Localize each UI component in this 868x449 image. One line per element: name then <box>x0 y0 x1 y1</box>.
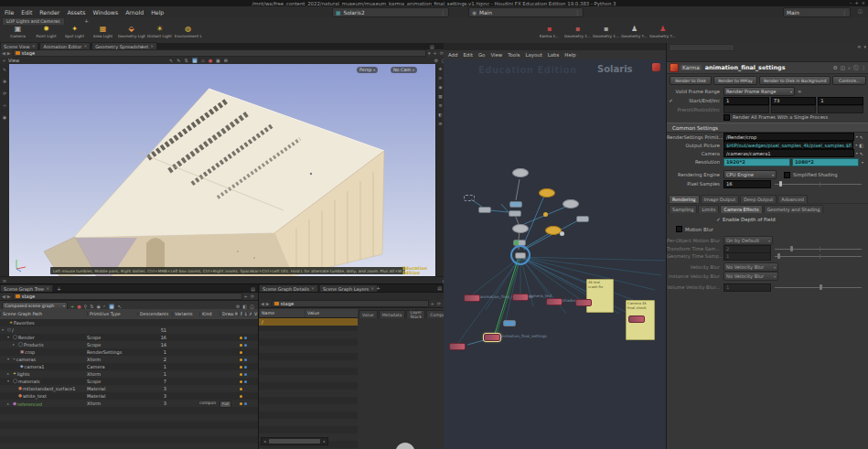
pane-tab-close-icon[interactable]: × <box>46 286 49 291</box>
menu-item[interactable]: Edit <box>21 9 32 16</box>
flag-dot-yellow[interactable] <box>240 337 242 339</box>
add-pane-tab-button[interactable]: + <box>54 285 64 292</box>
menu-item[interactable]: Windows <box>93 9 119 16</box>
network-node[interactable]: camera_test <box>512 294 529 301</box>
network-menu-item[interactable]: View <box>490 52 502 58</box>
simplified-shading-checkbox[interactable] <box>784 172 790 178</box>
expand-caret-icon[interactable]: ▾ <box>7 378 12 385</box>
network-node[interactable]: animation_final_settings <box>484 334 500 341</box>
flag-dot-yellow[interactable] <box>240 388 242 390</box>
common-settings-section[interactable]: Common Settings <box>667 123 868 133</box>
tree-column-header[interactable]: V <box>252 312 258 316</box>
flag-dot-blue[interactable] <box>244 344 247 347</box>
table-row[interactable]: ▸ ⬢ referenced Xform 3 compon Full <box>0 400 258 407</box>
path-refresh-icon[interactable]: ⟳ <box>251 294 254 299</box>
grid-icon[interactable]: ▦ <box>438 94 442 99</box>
table-row[interactable]: ▾ ◯ materials Scope 7 <box>0 378 258 385</box>
menu-item[interactable]: Arnold <box>125 9 144 16</box>
flag-dot-blue[interactable] <box>244 380 247 383</box>
tab-rendering[interactable]: Rendering <box>669 195 700 203</box>
shelf-tool[interactable]: ✹ Point Light <box>32 25 60 38</box>
vp-bottom-left-icon[interactable]: ⊞ <box>3 279 6 283</box>
scroll-right-icon[interactable]: ▸ <box>321 439 327 444</box>
value-tab[interactable]: Layer Stack <box>406 310 425 318</box>
view-mode-icon[interactable]: ⌖ <box>3 58 5 64</box>
table-row[interactable]: ◆ camera1 Camera 1 <box>0 363 258 370</box>
file-chooser-icon[interactable]: ◧ <box>859 143 863 148</box>
transform-samples-slider[interactable] <box>775 245 863 252</box>
table-row[interactable]: ★ Favorites <box>0 319 258 326</box>
network-node[interactable] <box>509 201 522 208</box>
shelf-tab[interactable]: LOP Lights and Cameras <box>2 17 65 25</box>
select-tool-icon[interactable]: ↖ <box>3 67 6 72</box>
path-back-icon[interactable]: ◀ <box>261 301 264 306</box>
geometry-samples-field[interactable]: 1 <box>723 252 771 261</box>
pane-tab[interactable]: Scene View × <box>0 42 38 49</box>
snapshot-icon[interactable]: ◧ <box>242 304 247 309</box>
options-gear-icon[interactable]: ⚙ <box>438 103 442 108</box>
menu-item[interactable]: Help <box>151 9 164 16</box>
controls-button[interactable]: Controls... <box>832 76 866 85</box>
volume-velocity-slider[interactable] <box>775 283 863 291</box>
flag-dot-yellow[interactable] <box>240 358 242 361</box>
network-menu-item[interactable]: Tools <box>508 52 520 58</box>
network-node[interactable] <box>509 210 521 217</box>
close-button[interactable]: × <box>862 0 865 5</box>
shelf-add-tab-button[interactable]: + <box>84 17 89 24</box>
flag-dot-blue[interactable] <box>244 366 247 369</box>
sort-icon[interactable]: ⇅ <box>90 304 93 309</box>
expand-caret-icon[interactable]: ▸ <box>13 341 17 348</box>
field-caret-icon[interactable]: ▾ <box>855 143 857 147</box>
end-field[interactable]: 73 <box>771 97 817 105</box>
postroll-field[interactable] <box>771 105 817 113</box>
select-mode-icon[interactable]: ▦ <box>109 304 115 309</box>
parameters-pane-tab[interactable] <box>669 44 734 51</box>
shelf-tool[interactable]: ▪ Geometry 1... <box>592 25 620 38</box>
link-icon[interactable]: ⚲ <box>84 304 88 309</box>
flag-dot-yellow[interactable] <box>240 373 242 376</box>
tab-sampling[interactable]: Sampling <box>669 205 697 213</box>
shelf-tool[interactable]: ♟ Geometry T... <box>620 25 648 38</box>
render-all-checkbox[interactable] <box>723 114 730 121</box>
pane-menu-icon[interactable]: ▤ <box>251 286 255 292</box>
scroll-left-icon[interactable]: ◂ <box>262 439 268 444</box>
expand-caret-icon[interactable]: ▾ <box>7 334 12 341</box>
pane-link-menu-icon[interactable]: ⋮ <box>574 10 580 16</box>
tab-geometry-shading[interactable]: Geometry and Shading <box>764 205 824 213</box>
expand-caret-icon[interactable]: ▾ <box>7 356 12 363</box>
settings-gear-icon[interactable]: ⚙ <box>236 304 240 309</box>
shelf-tool[interactable]: ▪ Geometry 1... <box>563 25 592 38</box>
expand-caret-icon[interactable]: ▸ <box>7 370 12 378</box>
sticky-note[interactable]: 4k test crash fix <box>586 279 614 313</box>
table-row[interactable]: ▸ ◯ Products Scope 14 <box>0 341 258 348</box>
table-row[interactable]: ▾ ⌁ cameras Xform 2 <box>0 356 258 363</box>
expand-icon[interactable]: + <box>70 304 74 309</box>
path-forward-icon[interactable]: ▶ <box>7 50 11 56</box>
pick-icon[interactable]: ↖ <box>117 304 121 309</box>
snapshot-icon[interactable]: ▣ <box>216 58 220 63</box>
dof-check-icon[interactable]: ✓ <box>714 217 723 222</box>
velocity-blur-select[interactable]: No Velocity Blur ▾ <box>723 262 778 272</box>
camera-field[interactable]: /cameras/camera1 <box>723 149 854 157</box>
gear-icon[interactable]: ⚙ <box>833 65 838 71</box>
add-pane-tab-button[interactable]: + <box>137 43 147 49</box>
output-picture-field[interactable]: $HIP/out/wedges/pixel_samples_4k/pixel_s… <box>723 141 853 149</box>
pane-link-right-menu-icon[interactable]: ⋮ <box>841 10 847 16</box>
network-menu-item[interactable]: Labs <box>548 52 560 58</box>
network-menu-item[interactable]: Help <box>564 52 575 58</box>
shelf-tool[interactable]: ☀ Distant Light <box>145 25 174 38</box>
wire-mode-icon[interactable]: ▫ <box>201 58 204 63</box>
path-forward-icon[interactable]: ▶ <box>266 301 270 306</box>
value-column-header[interactable]: Value <box>305 309 358 317</box>
shelf-tool[interactable]: ◍ Environment Light <box>174 25 202 38</box>
network-node[interactable] <box>575 299 592 306</box>
pane-tab-close-icon[interactable]: × <box>150 44 154 48</box>
network-node[interactable] <box>510 245 530 265</box>
snap-icon[interactable]: ⇅ <box>184 58 188 63</box>
override-check-icon[interactable]: ✓ <box>667 98 675 103</box>
add-pane-tab-button[interactable]: + <box>373 284 383 291</box>
desktop-menu-icon[interactable]: ⋮ <box>440 10 445 16</box>
table-row[interactable]: ▾ ⬡ / 51 <box>0 326 258 334</box>
pixel-samples-slider[interactable] <box>775 180 863 187</box>
expand-caret-icon[interactable]: ▸ <box>7 401 12 408</box>
